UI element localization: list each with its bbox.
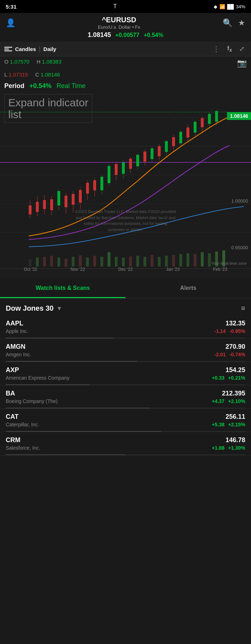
stock-item[interactable]: AMGN 270.90 Amgen Inc. -2.01 -0.74%	[0, 339, 251, 362]
watchlist-tabs: Watch lists & Scans Alerts	[0, 279, 251, 298]
svg-rect-55	[93, 180, 96, 190]
camera-icon[interactable]: 📷	[237, 59, 247, 68]
stock-ticker: BA	[6, 390, 15, 397]
star-icon[interactable]: ★	[238, 18, 245, 28]
close-label: C	[35, 71, 41, 78]
stock-name: Caterpillar, Inc.	[6, 422, 39, 427]
stock-name: Salesforce, Inc.	[6, 445, 41, 451]
svg-rect-59	[108, 166, 110, 183]
stock-bar-fill	[6, 408, 150, 408]
bluetooth-icon: ◆	[214, 4, 217, 9]
svg-rect-26	[158, 257, 161, 267]
expand-indicator[interactable]: Expand indicatorlist	[4, 94, 92, 123]
watchlist-title[interactable]: Dow Jones 30 ▼	[6, 304, 62, 312]
svg-rect-9	[36, 258, 39, 267]
svg-rect-47	[65, 196, 67, 207]
svg-rect-16	[86, 258, 89, 267]
tab-watchlists[interactable]: Watch lists & Scans	[0, 279, 126, 298]
stock-price: 146.78	[226, 436, 245, 444]
svg-rect-21	[122, 258, 125, 267]
stock-price: 270.90	[226, 343, 245, 351]
stock-changes: -1.14 -0.85%	[214, 328, 245, 334]
stock-progress-bar	[6, 361, 245, 362]
chart-dates: Oct '22 Nov '22 Dec '22 Jan '23 Feb '23	[0, 267, 251, 272]
period-pct: +0.54%	[29, 82, 52, 90]
date-feb23: Feb '23	[213, 267, 227, 272]
price-level-1: 1.00000	[231, 198, 248, 204]
stock-row-top: AMGN 270.90	[6, 343, 245, 351]
stock-item[interactable]: CAT 256.11 Caterpillar, Inc. +5.38 +2.15…	[0, 409, 251, 432]
svg-rect-11	[50, 256, 53, 267]
svg-rect-31	[194, 254, 196, 267]
stock-bar-fill	[6, 454, 126, 455]
open-label: O	[4, 59, 10, 65]
date-oct22: Oct '22	[24, 267, 37, 272]
date-jan23: Jan '23	[166, 267, 180, 272]
stock-name: Amgen Inc.	[6, 352, 31, 357]
stock-bar-fill	[6, 338, 114, 338]
ohlc-row-2: L 1.07315 C 1.08146	[0, 69, 64, 80]
stock-list: AAPL 132.35 Apple Inc. -1.14 -0.85% AMGN…	[0, 315, 251, 455]
stock-row-top: BA 212.395	[6, 390, 245, 397]
svg-rect-15	[79, 255, 82, 267]
ticker-title[interactable]: ^EURUSD	[102, 16, 136, 24]
tab-alerts[interactable]: Alerts	[126, 279, 251, 298]
svg-rect-18	[100, 257, 103, 267]
toolbar-left: Candles | Daily	[4, 45, 208, 53]
svg-rect-8	[29, 259, 32, 267]
low-value: 1.07315	[9, 71, 28, 78]
svg-rect-63	[122, 162, 125, 174]
svg-rect-89	[215, 111, 218, 122]
stock-price: 212.395	[222, 390, 245, 397]
candle-chart-icon	[4, 45, 12, 53]
stock-name: Apple Inc.	[6, 328, 28, 334]
period-label: Period	[4, 82, 24, 90]
open-value: 1.07570	[10, 59, 29, 65]
search-icon[interactable]: 🔍	[223, 18, 232, 28]
stock-changes: +4.37 +2.10%	[212, 398, 245, 404]
stock-row-top: AXP 154.25	[6, 366, 245, 374]
stock-progress-bar	[6, 408, 245, 408]
svg-rect-23	[136, 256, 139, 267]
stock-changes: +0.33 +0.21%	[212, 375, 245, 381]
stock-bar-fill	[6, 431, 161, 432]
svg-rect-67	[136, 155, 139, 166]
stock-bar-fill	[6, 361, 137, 362]
profile-icon[interactable]: 👤	[6, 18, 15, 28]
stock-name: Boeing Company (The)	[6, 398, 58, 404]
header-actions: 🔍 ★	[223, 18, 245, 28]
svg-rect-24	[143, 257, 146, 267]
stock-change-abs: +0.33	[212, 375, 224, 381]
stock-price: 132.35	[226, 320, 245, 327]
stock-item[interactable]: AXP 154.25 American Express Company +0.3…	[0, 362, 251, 385]
chart-area: O 1.07570 H 1.08383 L 1.07315 C 1.08146 …	[0, 56, 251, 279]
svg-rect-33	[208, 253, 211, 267]
watchlist-header: Dow Jones 30 ▼ ≡	[0, 298, 251, 315]
interval-label[interactable]: Daily	[43, 46, 56, 52]
svg-rect-20	[115, 257, 118, 267]
close-value: 1.08146	[41, 71, 60, 78]
stock-progress-bar	[6, 338, 245, 338]
stock-item[interactable]: AAPL 132.35 Apple Inc. -1.14 -0.85%	[0, 315, 251, 339]
stock-row-bottom: Salesforce, Inc. +1.88 +1.30%	[6, 445, 245, 451]
svg-rect-87	[208, 114, 211, 124]
stock-row-top: CAT 256.11	[6, 413, 245, 421]
sort-icon[interactable]: ≡	[241, 304, 245, 312]
chart-watermark: ©2023 Barchart Trader LLC. Market data ©…	[19, 209, 232, 232]
price-change: +0.00577	[115, 32, 139, 38]
tesla-icon: T	[113, 3, 117, 10]
period-row: Period +0.54% Real Time	[4, 82, 86, 90]
stock-item[interactable]: BA 212.395 Boeing Company (The) +4.37 +2…	[0, 385, 251, 409]
svg-rect-61	[115, 164, 118, 175]
candles-label[interactable]: Candles	[15, 46, 36, 52]
stock-name: American Express Company	[6, 375, 69, 381]
fx-icon[interactable]: fx	[225, 44, 234, 54]
stock-row-top: AAPL 132.35	[6, 320, 245, 327]
fullscreen-icon[interactable]: ⤢	[237, 44, 247, 54]
stock-item[interactable]: CRM 146.78 Salesforce, Inc. +1.88 +1.30%	[0, 432, 251, 455]
watchlist-title-text: Dow Jones 30	[6, 304, 53, 312]
svg-rect-32	[201, 252, 204, 267]
battery-level: 34%	[236, 4, 245, 9]
more-options-icon[interactable]: ⋮	[210, 44, 222, 54]
price-change-pct: +0.54%	[144, 32, 164, 38]
